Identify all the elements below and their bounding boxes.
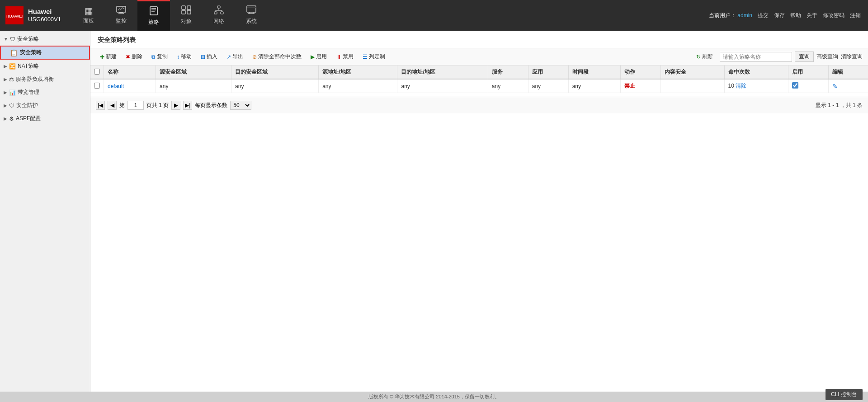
sidebar-group-bandwidth: ▶ 📊 带宽管理	[0, 86, 90, 99]
refresh-button[interactable]: ↻ 刷新	[692, 51, 717, 62]
columns-icon: ☰	[363, 54, 368, 60]
next-page-button[interactable]: ▶	[171, 101, 180, 110]
user-info: 当前用户： admin	[709, 12, 752, 19]
clear-search-button[interactable]: 清除查询	[841, 53, 863, 61]
sidebar-item-security-policy[interactable]: 📋 安全策略	[0, 46, 90, 60]
enabled-checkbox[interactable]	[792, 82, 798, 89]
huawei-logo: HUAWEI	[5, 6, 24, 24]
columns-button[interactable]: ☰ 列定制	[359, 51, 389, 62]
sidebar-group-aspf: ▶ ⚙ ASPF配置	[0, 112, 90, 125]
save-btn[interactable]: 保存	[774, 12, 785, 19]
nav-network[interactable]: 网络	[203, 0, 235, 31]
row-dst-zone: any	[231, 79, 319, 93]
logout-btn[interactable]: 注销	[850, 12, 861, 19]
sidebar-group-security-policy-header[interactable]: ▼ 🛡 安全策略	[0, 33, 90, 46]
move-button[interactable]: ↕ 移动	[173, 51, 196, 62]
col-dst-addr: 目的地址/地区	[397, 65, 488, 79]
nav-system[interactable]: 系统	[235, 0, 268, 31]
refresh-icon: ↻	[696, 54, 701, 60]
about-btn[interactable]: 关于	[807, 12, 817, 19]
delete-button[interactable]: ✖ 删除	[122, 51, 146, 62]
submit-btn[interactable]: 提交	[758, 12, 769, 19]
table-body: default any any any any any any any 禁止 1…	[90, 79, 868, 93]
svg-rect-9	[182, 6, 185, 9]
nav-object[interactable]: 对象	[170, 0, 203, 31]
logo-area: HUAWEI Huawei USG6000V1	[0, 6, 72, 24]
page-input[interactable]	[127, 101, 144, 110]
svg-rect-3	[119, 12, 123, 13]
main-layout: ▼ 🛡 安全策略 📋 安全策略 ▶ 🔀 NAT策略 ▶ ⚖ 服务器负载均衡	[0, 31, 868, 402]
network-icon	[214, 5, 224, 16]
row-edit[interactable]: ✎	[828, 79, 868, 93]
select-all-header[interactable]	[90, 65, 104, 79]
disable-button[interactable]: ⏸ 禁用	[332, 51, 358, 62]
per-page-select[interactable]: 10 20 50 100	[230, 101, 251, 110]
col-name: 名称	[104, 65, 156, 79]
export-button[interactable]: ↗ 导出	[222, 51, 247, 62]
nav-dashboard[interactable]: ▦ 面板	[72, 0, 105, 31]
row-service: any	[488, 79, 528, 93]
svg-rect-4	[118, 13, 124, 14]
copy-button[interactable]: ⧉ 复制	[147, 51, 172, 62]
sidebar-group-loadbalance: ▶ ⚖ 服务器负载均衡	[0, 73, 90, 86]
row-content-security	[660, 79, 724, 93]
copy-icon: ⧉	[151, 54, 156, 60]
expand-icon: ▼	[4, 37, 8, 42]
select-all-checkbox[interactable]	[94, 69, 100, 75]
first-page-button[interactable]: |◀	[96, 101, 105, 110]
row-checkbox-cell[interactable]	[90, 79, 104, 93]
svg-rect-10	[187, 6, 191, 9]
footer: 版权所有 © 华为技术有限公司 2014-2015，保留一切权利。	[0, 392, 868, 402]
row-action: 禁止	[620, 79, 660, 93]
col-src-zone: 源安全区域	[156, 65, 231, 79]
table-container: 名称 源安全区域 目的安全区域 源地址/地区 目的地址/地区 服务 应用 时间段…	[90, 65, 868, 93]
clear-all-icon: ⊘	[252, 54, 257, 60]
export-icon: ↗	[226, 54, 231, 60]
col-src-addr: 源地址/地区	[319, 65, 397, 79]
sidebar-group-loadbalance-header[interactable]: ▶ ⚖ 服务器负载均衡	[0, 73, 90, 86]
row-application: any	[528, 79, 568, 93]
disable-icon: ⏸	[336, 54, 341, 60]
last-page-button[interactable]: ▶|	[183, 101, 192, 110]
move-icon: ↕	[177, 54, 179, 60]
sidebar-group-bandwidth-header[interactable]: ▶ 📊 带宽管理	[0, 86, 90, 99]
new-button[interactable]: ✚ 新建	[96, 51, 121, 62]
row-name-link[interactable]: default	[108, 83, 124, 89]
search-button[interactable]: 查询	[795, 51, 814, 62]
sidebar-group-security-policy: ▼ 🛡 安全策略 📋 安全策略	[0, 33, 90, 60]
col-hit-count: 命中次数	[724, 65, 788, 79]
search-input[interactable]	[720, 52, 792, 62]
expand-icon-bw: ▶	[4, 90, 7, 95]
sidebar-group-protection-header[interactable]: ▶ 🛡 安全防护	[0, 99, 90, 112]
row-enabled[interactable]	[788, 79, 828, 93]
protection-icon: 🛡	[9, 103, 14, 109]
svg-rect-13	[217, 6, 220, 8]
aspf-icon: ⚙	[9, 116, 14, 122]
clear-all-button[interactable]: ⊘ 清除全部命中次数	[248, 51, 306, 62]
advanced-search-button[interactable]: 高级查询	[816, 53, 838, 61]
enable-button[interactable]: ▶ 启用	[307, 51, 331, 62]
insert-button[interactable]: ⊞ 插入	[197, 51, 222, 62]
prev-page-button[interactable]: ◀	[108, 101, 117, 110]
svg-rect-5	[150, 7, 157, 15]
toolbar: ✚ 新建 ✖ 删除 ⧉ 复制 ↕ 移动 ⊞ 插入 ↗ 导出	[90, 48, 868, 65]
loadbalance-icon: ⚖	[9, 76, 14, 83]
nav-policy[interactable]: 策略	[137, 0, 170, 31]
clear-hit-count-link[interactable]: 清除	[736, 83, 746, 89]
sidebar-group-aspf-header[interactable]: ▶ ⚙ ASPF配置	[0, 112, 90, 125]
svg-rect-12	[187, 10, 191, 14]
row-checkbox[interactable]	[94, 83, 100, 89]
help-btn[interactable]: 帮助	[790, 12, 801, 19]
nav-monitor[interactable]: 监控	[105, 0, 137, 31]
edit-icon[interactable]: ✎	[832, 83, 838, 90]
col-service: 服务	[488, 65, 528, 79]
cli-console-button[interactable]: CLI 控制台	[826, 389, 863, 400]
main-nav: ▦ 面板 监控 策略 对象 网络	[72, 0, 268, 31]
row-src-zone: any	[156, 79, 231, 93]
row-hit-count: 10 清除	[724, 79, 788, 93]
group-icon-security: 🛡	[10, 36, 15, 42]
dashboard-icon: ▦	[85, 6, 93, 15]
change-password-btn[interactable]: 修改密码	[823, 12, 844, 19]
sidebar-group-nat-header[interactable]: ▶ 🔀 NAT策略	[0, 60, 90, 73]
action-label: 禁止	[624, 83, 635, 89]
